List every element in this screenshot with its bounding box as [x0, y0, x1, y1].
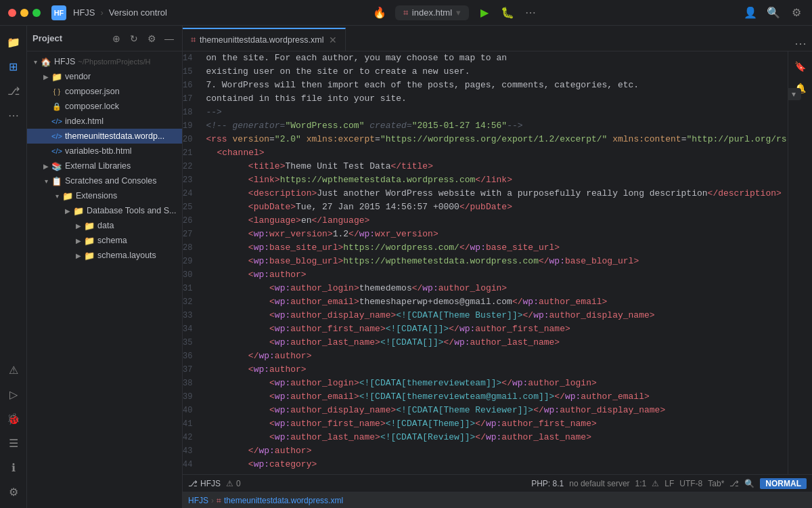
run-button[interactable]: ▶	[477, 5, 492, 20]
server-status[interactable]: no default server	[569, 479, 629, 488]
breadcrumb-file-icon: ⌗	[217, 496, 221, 505]
folder-icon-btn[interactable]: 📁	[3, 31, 24, 53]
sidebar-item-label: data	[97, 221, 114, 230]
sidebar-item-extensions[interactable]: ▾ 📁 Extensions	[27, 188, 182, 203]
code-line-25: 25 <pubDate>Tue, 27 Jan 2015 14:56:57 +0…	[183, 200, 788, 214]
mode-label[interactable]: Version control	[109, 7, 167, 18]
branch-indicator[interactable]: ⎇ HFJS	[188, 479, 221, 488]
sidebar-item-data[interactable]: ▶ 📁 data	[27, 218, 182, 233]
folder-icon2: 📁	[62, 190, 73, 201]
sidebar-item-external-libs[interactable]: ▶ 📚 External Libraries	[27, 158, 182, 173]
git-icon-btn[interactable]: ⎇	[3, 80, 24, 102]
tab-close-btn[interactable]: ✕	[329, 35, 337, 45]
sidebar-item-label: index.html	[65, 117, 104, 126]
debug-icon-btn[interactable]: 🐞	[3, 408, 24, 429]
line-number: 22	[183, 160, 200, 173]
sidebar-item-vendor[interactable]: ▶ 📁 vendor	[27, 69, 182, 84]
git-branch-icon: ⎇	[188, 479, 198, 488]
line-ending[interactable]: LF	[664, 479, 674, 488]
encoding[interactable]: UTF-8	[679, 479, 702, 488]
line-content: <wp:wxr_version>1.2</wp:wxr_version>	[200, 228, 788, 241]
run-icon-btn[interactable]: ▷	[3, 383, 24, 405]
sidebar-item-schema[interactable]: ▶ 📁 schema	[27, 233, 182, 248]
services-icon-btn[interactable]: ☰	[3, 432, 24, 454]
sidebar-item-hfjs[interactable]: ▾ 🏠 HFJS ~/PhpstormProjects/H	[27, 54, 182, 69]
sidebar: Project ⊕ ↻ ⚙ — ▾ 🏠 HFJS ~/PhpstormProje…	[27, 26, 183, 508]
line-content: <wp:author_display_name><![CDATA[Theme R…	[200, 404, 788, 417]
sidebar-item-label: Extensions	[76, 191, 117, 200]
sidebar-item-database-tools[interactable]: ▶ 📁 Database Tools and S...	[27, 203, 182, 218]
bookmark-icon[interactable]: 🔖	[791, 57, 810, 76]
close-button[interactable]	[8, 9, 16, 17]
code-line-31: 31 <wp:author_login>themedemos</wp:autho…	[183, 282, 788, 295]
sidebar-close-btn[interactable]: —	[162, 31, 177, 46]
tab-themexml[interactable]: ⌗ themeunittestdata.wordpress.xml ✕	[183, 28, 346, 51]
problems-icon-btn[interactable]: ⚠	[3, 359, 24, 381]
arrow-icon: ▾	[41, 175, 51, 186]
profile-icon[interactable]: 👤	[743, 5, 758, 20]
breadcrumb-root[interactable]: HFJS	[188, 496, 208, 505]
sidebar-item-scratches[interactable]: ▾ 📋 Scratches and Consoles	[27, 173, 182, 188]
sidebar-item-composerlock[interactable]: 🔒 composer.lock	[27, 99, 182, 114]
indent-style[interactable]: Tab*	[708, 479, 724, 488]
sidebar-item-composerjson[interactable]: { } composer.json	[27, 84, 182, 99]
code-line-44: 44 <wp:category>	[183, 458, 788, 471]
line-content: <wp:author_last_name><![CDATA[Review]]><…	[200, 431, 788, 444]
code-line-42: 42 <wp:author_last_name><![CDATA[Review]…	[183, 431, 788, 444]
sidebar-gear-btn[interactable]: ⚙	[144, 31, 159, 46]
minimize-button[interactable]	[20, 9, 28, 17]
code-line-37: 37 <wp:author>	[183, 363, 788, 377]
line-content: existing user on the site or to create a…	[200, 65, 788, 79]
line-content: <description>Just another WordPress webs…	[200, 187, 788, 200]
current-file-tab[interactable]: ⌗ index.html ▾	[395, 5, 469, 20]
titlebar-icon-group: 🔥	[372, 5, 387, 20]
line-content: <language>en</language>	[200, 214, 788, 228]
sidebar-item-label: schema.layouts	[97, 251, 156, 260]
sidebar-collapse-btn[interactable]: ⊕	[109, 31, 124, 46]
more-options-icon[interactable]: ⋯	[523, 5, 538, 20]
line-content: <wp:author>	[200, 268, 788, 282]
titlebar-center: 🔥 ⌗ index.html ▾ ▶ 🐛 ⋯	[173, 5, 738, 20]
line-number: 28	[183, 241, 200, 255]
bottom-bar: HFJS › ⌗ themeunittestdata.wordpress.xml	[183, 492, 812, 508]
line-number: 16	[183, 79, 200, 92]
tab-more-icon[interactable]: ⋯	[794, 36, 807, 51]
arrow-icon: ▶	[73, 250, 84, 261]
line-number: 24	[183, 187, 200, 200]
sidebar-item-label: vendor	[65, 72, 91, 81]
sidebar-refresh-btn[interactable]: ↻	[127, 31, 141, 46]
more-icon-btn[interactable]: ⋯	[3, 104, 24, 126]
sidebar-title: Project	[32, 33, 106, 43]
sidebar-item-variableshtml[interactable]: </> variables-btb.html	[27, 144, 182, 158]
tab-actions: ⋯	[789, 36, 812, 51]
sidebar-item-label: HFJS	[54, 57, 75, 66]
reader-mode-chevron[interactable]: ▾	[792, 89, 796, 99]
cursor-position[interactable]: 1:1	[635, 479, 647, 488]
line-number: 38	[183, 377, 200, 390]
structure-icon-btn[interactable]: ⊞	[3, 56, 24, 77]
arrow-icon: ▶	[73, 220, 84, 231]
line-content: <rss version="2.0" xmlns:excerpt="https:…	[200, 133, 788, 146]
line-number: 41	[183, 417, 200, 431]
project-label[interactable]: HFJS	[73, 7, 95, 18]
arrow-icon: ▶	[62, 205, 73, 216]
sidebar-item-indexhtml[interactable]: </> index.html	[27, 114, 182, 129]
editor-main[interactable]: 14 on the site. For each author, you may…	[183, 51, 788, 474]
breadcrumb-file[interactable]: themeunittestdata.wordpress.xml	[224, 496, 343, 505]
settings-icon[interactable]: ⚙	[789, 5, 804, 20]
maximize-button[interactable]	[32, 9, 41, 17]
sidebar-item-themexml[interactable]: </> themeunittestdata.wordp...	[27, 129, 182, 144]
scratch-icon: 📋	[51, 175, 62, 186]
flame-icon[interactable]: 🔥	[372, 5, 387, 20]
settings2-icon-btn[interactable]: ⚙	[3, 481, 24, 503]
line-number: 14	[183, 51, 200, 65]
sidebar-item-schema-layouts[interactable]: ▶ 📁 schema.layouts	[27, 248, 182, 263]
info-icon-btn[interactable]: ℹ	[3, 457, 24, 478]
code-line-17: 17 contained in this file into your site…	[183, 92, 788, 106]
code-line-29: 29 <wp:base_blog_url>https://wpthemetest…	[183, 255, 788, 268]
line-content: 7. WordPress will then import each of th…	[200, 79, 788, 92]
search-icon[interactable]: 🔍	[766, 5, 781, 20]
line-number: 17	[183, 92, 200, 106]
php-version[interactable]: PHP: 8.1	[531, 479, 564, 488]
debug-icon[interactable]: 🐛	[500, 5, 515, 20]
